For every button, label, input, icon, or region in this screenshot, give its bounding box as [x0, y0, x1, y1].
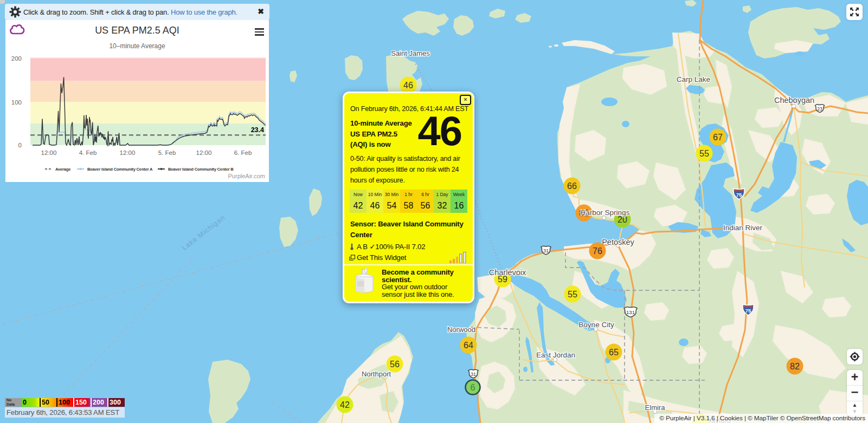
svg-text:6: 6 — [471, 383, 475, 392]
svg-text:65: 65 — [609, 348, 619, 357]
svg-text:131: 131 — [626, 309, 635, 315]
svg-text:67: 67 — [713, 133, 723, 142]
svg-text:5. Feb: 5. Feb — [158, 149, 176, 156]
svg-text:56: 56 — [390, 360, 400, 369]
svg-text:Northport: Northport — [362, 370, 391, 378]
svg-text:Norwood: Norwood — [447, 326, 475, 334]
svg-text:East Jordan: East Jordan — [536, 351, 575, 359]
svg-text:64: 64 — [464, 341, 473, 350]
svg-text:12:00: 12:00 — [41, 149, 57, 156]
svg-text:100: 100 — [11, 99, 22, 106]
svg-text:55: 55 — [568, 290, 577, 299]
svg-text:PurpleAir.com: PurpleAir.com — [228, 173, 265, 179]
svg-text:Carp Lake: Carp Lake — [677, 75, 710, 83]
svg-text:Average: Average — [55, 167, 70, 172]
svg-text:Saint James: Saint James — [391, 49, 430, 57]
svg-text:42: 42 — [340, 400, 350, 409]
svg-text:75: 75 — [736, 192, 742, 198]
svg-text:4. Feb: 4. Feb — [79, 149, 97, 156]
svg-text:31: 31 — [471, 372, 476, 377]
svg-text:55: 55 — [699, 149, 709, 158]
svg-text:Cheboygan: Cheboygan — [774, 96, 814, 105]
svg-text:23.4: 23.4 — [251, 126, 264, 134]
svg-text:Beaver Island Community Center: Beaver Island Community Center B — [168, 167, 234, 172]
svg-text:31: 31 — [543, 248, 549, 253]
svg-text:66: 66 — [567, 181, 577, 191]
svg-text:46: 46 — [403, 81, 413, 90]
svg-text:82: 82 — [790, 362, 800, 371]
svg-text:Charlevoix: Charlevoix — [489, 268, 526, 277]
svg-text:Petoskey: Petoskey — [602, 238, 634, 246]
svg-text:Beaver Island Community Center: Beaver Island Community Center A — [87, 167, 153, 172]
svg-text:Elmira: Elmira — [645, 404, 666, 412]
svg-text:12:00: 12:00 — [120, 149, 136, 156]
svg-text:200: 200 — [11, 55, 22, 62]
svg-text:Harbor Springs: Harbor Springs — [581, 209, 630, 217]
svg-text:Indian River: Indian River — [723, 224, 763, 232]
svg-text:23: 23 — [817, 106, 822, 112]
svg-text:Boyne City: Boyne City — [578, 321, 614, 329]
svg-text:0: 0 — [18, 142, 22, 148]
svg-text:6. Feb: 6. Feb — [234, 149, 252, 156]
svg-text:75: 75 — [745, 308, 751, 314]
svg-text:76: 76 — [593, 246, 602, 256]
svg-text:12:00: 12:00 — [196, 149, 212, 156]
